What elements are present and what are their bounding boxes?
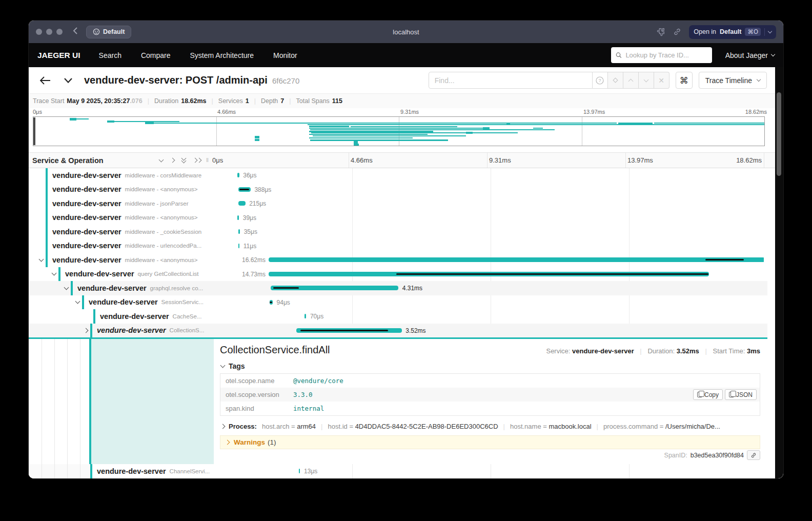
- span-row-selected[interactable]: vendure-dev-serverCollectionS...3.52ms: [29, 324, 767, 338]
- tag-key: otel.scope.name: [226, 377, 293, 385]
- trace-lookup-input[interactable]: [624, 51, 707, 59]
- span-duration-label: 16.62ms: [242, 256, 266, 264]
- span-duration-label: 14.73ms: [242, 271, 266, 278]
- span-row[interactable]: vendure-dev-serverSessionServic...94μs: [29, 295, 767, 310]
- collapse-chevron-icon[interactable]: [64, 285, 69, 290]
- find-prev-button[interactable]: [623, 72, 639, 89]
- tag-row[interactable]: otel.scope.version3.3.0CopyJSON: [220, 388, 760, 402]
- chevron-down-icon[interactable]: [768, 29, 772, 33]
- column-resize-handle[interactable]: ‖: [206, 157, 209, 163]
- operation-name: middleware - corsMiddleware: [125, 172, 202, 178]
- keyboard-shortcuts-button[interactable]: ⌘: [676, 72, 693, 89]
- span-bar[interactable]: [237, 173, 239, 177]
- page-scrollbar[interactable]: [775, 67, 783, 478]
- span-bar[interactable]: [237, 215, 239, 220]
- minimap-span-line: [354, 144, 359, 146]
- nav-item-compare[interactable]: Compare: [141, 51, 171, 59]
- minimap-span-line: [313, 135, 466, 136]
- timeline-tick-label: 18.62ms: [736, 156, 762, 164]
- service-color-bar: [46, 168, 48, 183]
- tag-row[interactable]: span.kindinternal: [220, 402, 760, 415]
- timeline-tick-label: 13.97ms: [627, 156, 653, 164]
- nav-item-system-architecture[interactable]: System Architecture: [190, 51, 254, 59]
- span-detail-panel: CollectionService.findAll Service: vendu…: [29, 337, 767, 464]
- span-row[interactable]: vendure-dev-servermiddleware - urlencode…: [29, 239, 767, 253]
- collapse-chevron-icon[interactable]: [38, 256, 44, 262]
- span-rows: vendure-dev-servermiddleware - corsMiddl…: [29, 168, 767, 337]
- span-row[interactable]: vendure-dev-serverCacheSe...70μs: [29, 309, 767, 324]
- trace-id: 6f6c270: [272, 76, 299, 85]
- span-row[interactable]: vendure-dev-servermiddleware - corsMiddl…: [29, 168, 767, 183]
- tag-key: otel.scope.version: [226, 391, 293, 398]
- trace-collapse-toggle[interactable]: [56, 78, 80, 83]
- warnings-section-toggle[interactable]: Warnings (1): [220, 435, 760, 449]
- open-in-default-button[interactable]: Open in Default ⌘O: [689, 25, 776, 39]
- tags-table: otel.scope.name@vendure/coreotel.scope.v…: [220, 373, 760, 416]
- extensions-puzzle-icon[interactable]: [656, 27, 665, 36]
- browser-tab-default[interactable]: Default: [86, 26, 131, 38]
- child-span-stripe: [270, 302, 272, 303]
- collapse-chevron-icon[interactable]: [75, 299, 80, 304]
- service-color-bar: [46, 225, 48, 239]
- minimap-span-line: [466, 132, 473, 134]
- service-name: vendure-dev-server: [89, 298, 158, 306]
- span-bar[interactable]: [304, 314, 307, 318]
- span-row[interactable]: vendure-dev-servermiddleware - jsonParse…: [29, 196, 767, 211]
- nav-item-search[interactable]: Search: [99, 51, 121, 59]
- span-bar[interactable]: [238, 229, 240, 234]
- span-duration-label: 3.52ms: [405, 327, 425, 334]
- trace-page-header: vendure-dev-server: POST /admin-api6f6c2…: [29, 67, 775, 93]
- span-row[interactable]: vendure-dev-servermiddleware - <anonymou…: [29, 211, 767, 225]
- traffic-lights[interactable]: [36, 29, 63, 35]
- back-button[interactable]: [34, 67, 56, 93]
- expand-all-icon[interactable]: [193, 158, 201, 162]
- deep-link-icon[interactable]: [747, 450, 760, 460]
- json-button[interactable]: JSON: [725, 389, 757, 400]
- service-name: vendure-dev-server: [77, 284, 147, 292]
- expand-chevron-icon[interactable]: [83, 328, 88, 333]
- copy-button[interactable]: Copy: [693, 389, 723, 400]
- service-color-bar: [71, 281, 73, 295]
- about-jaeger-menu[interactable]: About Jaeger: [725, 51, 775, 59]
- span-row[interactable]: vendure-dev-servermiddleware - <anonymou…: [29, 253, 767, 267]
- scrollbar-thumb[interactable]: [777, 92, 781, 176]
- copy-icon: [697, 392, 702, 397]
- span-bar[interactable]: [299, 469, 300, 473]
- find-next-button[interactable]: [639, 72, 654, 89]
- span-row[interactable]: vendure-dev-servergraphql.resolve co...4…: [29, 281, 767, 295]
- collapse-chevron-icon[interactable]: [51, 271, 56, 276]
- span-bar[interactable]: [269, 257, 764, 262]
- expand-one-icon[interactable]: [170, 158, 175, 163]
- span-row[interactable]: vendure-dev-servermiddleware - <anonymou…: [29, 183, 767, 197]
- minimap-span-line: [308, 124, 764, 125]
- duration-value: 18.62ms: [181, 97, 206, 105]
- minimap-scrub-handle[interactable]: [33, 117, 35, 145]
- browser-back-icon[interactable]: [73, 27, 78, 37]
- find-input[interactable]: [429, 72, 593, 89]
- copy-icon: [729, 392, 734, 397]
- tag-row[interactable]: otel.scope.name@vendure/core: [220, 374, 760, 388]
- share-link-icon[interactable]: [673, 27, 682, 36]
- find-clear-button[interactable]: ✕: [654, 72, 669, 89]
- collapse-one-icon[interactable]: [159, 157, 164, 162]
- span-bar[interactable]: [238, 244, 239, 248]
- collapse-all-icon[interactable]: [182, 158, 186, 163]
- span-row[interactable]: vendure-dev-serverChannelServi...13μs: [29, 464, 767, 478]
- service-color-bar: [46, 196, 48, 211]
- trace-view-select[interactable]: Trace Timeline: [699, 72, 767, 89]
- process-section-toggle[interactable]: Process: host.arch = arm64|host.id = 4D4…: [221, 423, 760, 430]
- find-help-button[interactable]: ?: [593, 72, 608, 89]
- span-row[interactable]: vendure-dev-servermiddleware - _cookieSe…: [29, 225, 767, 239]
- nav-item-monitor[interactable]: Monitor: [273, 51, 297, 59]
- trace-minimap[interactable]: [33, 116, 765, 146]
- span-row[interactable]: vendure-dev-serverquery GetCollectionLis…: [29, 267, 767, 282]
- tag-key: span.kind: [226, 405, 293, 412]
- span-bar[interactable]: [238, 201, 246, 206]
- tags-section-toggle[interactable]: Tags: [221, 362, 760, 370]
- jaeger-brand[interactable]: JAEGER UI: [37, 51, 80, 60]
- span-duration-label: 11μs: [243, 243, 256, 250]
- trace-lookup-box[interactable]: [611, 47, 712, 63]
- tag-value: 3.3.0: [293, 391, 313, 398]
- trace-start-value: May 9 2025, 20:35:27.076: [67, 97, 142, 105]
- find-match-icon-button[interactable]: [608, 72, 623, 89]
